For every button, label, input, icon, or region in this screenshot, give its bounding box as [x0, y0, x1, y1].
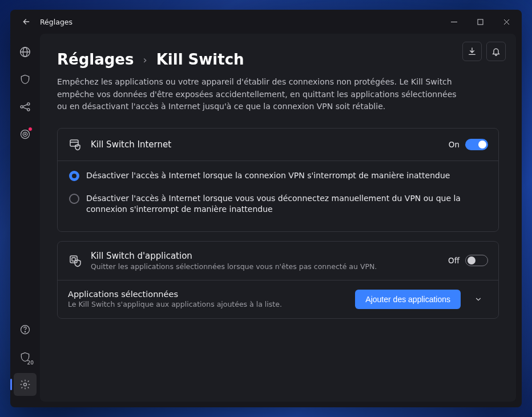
sidebar-item-radar[interactable] — [14, 123, 37, 146]
chevron-down-icon — [474, 295, 482, 303]
internet-ks-header-row: Kill Switch Internet On — [58, 129, 498, 161]
sidebar-item-help[interactable] — [14, 318, 37, 341]
back-button[interactable] — [18, 14, 34, 30]
app-ks-title: Kill Switch d'application — [91, 251, 440, 261]
sidebar: 20 — [10, 34, 40, 407]
breadcrumb-parent[interactable]: Réglages — [57, 51, 134, 68]
web-shield-icon — [68, 138, 82, 151]
selected-apps-sub: Le Kill Switch s'applique aux applicatio… — [68, 300, 347, 308]
svg-point-11 — [24, 383, 27, 386]
main-panel: Réglages › Kill Switch Empêchez les appl… — [40, 34, 516, 402]
top-actions — [462, 42, 506, 61]
globe-icon — [19, 46, 31, 58]
app-ks-sub: Quitter les applications sélectionnées l… — [91, 262, 440, 271]
titlebar-title: Réglages — [40, 18, 72, 26]
sidebar-item-shield[interactable] — [14, 68, 37, 91]
sidebar-item-globe[interactable] — [14, 41, 37, 63]
svg-point-4 — [27, 103, 30, 105]
titlebar: Réglages — [10, 10, 522, 34]
app-ks-state-label: Off — [448, 256, 460, 265]
maximize-button[interactable] — [467, 10, 493, 34]
app-kill-switch-card: Kill Switch d'application Quitter les ap… — [57, 241, 499, 319]
internet-ks-toggle[interactable] — [465, 139, 488, 150]
app-window: Réglages — [10, 10, 522, 407]
close-icon — [503, 19, 510, 25]
downloads-count: 20 — [27, 360, 34, 366]
svg-rect-12 — [70, 140, 78, 146]
selected-apps-title: Applications sélectionnées — [68, 290, 347, 299]
sidebar-item-settings[interactable] — [14, 373, 37, 396]
shield-icon — [19, 74, 31, 85]
radio-icon — [69, 194, 79, 204]
notification-dot — [28, 127, 33, 131]
svg-point-3 — [21, 106, 23, 108]
notifications-button[interactable] — [486, 42, 506, 61]
internet-ks-state-label: On — [449, 140, 460, 149]
gear-icon — [19, 379, 31, 390]
internet-kill-switch-card: Kill Switch Internet On Désactiver l'acc… — [57, 128, 499, 232]
svg-rect-13 — [70, 256, 77, 263]
svg-point-8 — [25, 134, 26, 135]
app-ks-header-row: Kill Switch d'application Quitter les ap… — [58, 242, 498, 280]
bell-icon — [491, 47, 501, 56]
breadcrumb-separator: › — [143, 54, 147, 66]
arrow-left-icon — [22, 17, 31, 26]
add-applications-button[interactable]: Ajouter des applications — [355, 290, 461, 309]
svg-point-10 — [25, 331, 25, 332]
breadcrumb-current: Kill Switch — [156, 51, 244, 68]
breadcrumb: Réglages › Kill Switch — [57, 51, 499, 68]
page-description: Empêchez les applications ou votre appar… — [57, 76, 468, 113]
internet-ks-title: Kill Switch Internet — [91, 139, 441, 150]
app-ks-icon-wrap — [68, 254, 83, 267]
sidebar-item-mesh[interactable] — [14, 95, 37, 118]
expand-apps-button[interactable] — [469, 290, 488, 309]
internet-ks-icon-wrap — [68, 138, 83, 151]
maximize-icon — [477, 19, 483, 25]
internet-ks-option-1-label: Désactiver l'accès à Internet lorsque la… — [86, 170, 450, 182]
internet-ks-options: Désactiver l'accès à Internet lorsque la… — [58, 161, 498, 231]
internet-ks-option-2-label: Désactiver l'accès à Internet lorsque vo… — [86, 193, 487, 215]
close-button[interactable] — [493, 10, 519, 34]
selected-apps-row: Applications sélectionnées Le Kill Switc… — [58, 280, 498, 318]
svg-rect-14 — [72, 258, 75, 261]
sidebar-item-downloads[interactable]: 20 — [14, 346, 37, 368]
svg-rect-0 — [478, 19, 483, 25]
download-button[interactable] — [462, 42, 482, 61]
internet-ks-option-2[interactable]: Désactiver l'accès à Internet lorsque vo… — [68, 187, 488, 221]
app-shield-icon — [68, 254, 82, 267]
app-ks-toggle[interactable] — [465, 255, 488, 266]
svg-point-5 — [27, 109, 30, 111]
radio-icon — [69, 171, 79, 181]
minimize-icon — [451, 19, 457, 25]
internet-ks-option-1[interactable]: Désactiver l'accès à Internet lorsque la… — [68, 165, 488, 187]
minimize-button[interactable] — [441, 10, 467, 34]
nodes-icon — [19, 101, 31, 113]
download-icon — [467, 47, 477, 56]
help-icon — [19, 324, 31, 335]
window-body: 20 Réglages › Kill Switch Empêchez les a — [10, 34, 522, 407]
